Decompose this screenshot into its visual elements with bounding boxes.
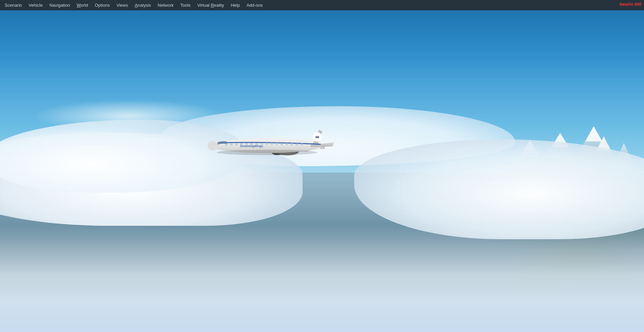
menu-item-analysis[interactable]: Analysis <box>131 1 154 9</box>
menu-item-vr[interactable]: Virtual Reality <box>194 1 227 9</box>
svg-rect-31 <box>285 143 288 145</box>
menu-item-world[interactable]: World <box>73 1 92 9</box>
svg-rect-28 <box>270 143 273 145</box>
svg-point-16 <box>208 141 218 150</box>
svg-rect-19 <box>225 144 228 146</box>
svg-rect-27 <box>265 143 268 145</box>
menu-item-network[interactable]: Network <box>154 1 177 9</box>
svg-rect-33 <box>296 143 298 145</box>
svg-rect-32 <box>290 143 293 145</box>
svg-text:∞: ∞ <box>315 134 319 140</box>
menu-item-views[interactable]: Views <box>113 1 131 9</box>
menu-item-help[interactable]: Help <box>227 1 243 9</box>
svg-point-38 <box>217 150 317 155</box>
menubar: ScenarioVehicleNavigationWorldOptionsVie… <box>0 0 644 10</box>
airplane: DreamingWings ∞ <box>193 113 334 180</box>
menu-item-scenario[interactable]: Scenario <box>1 1 25 9</box>
status-badge: NewAir 000 <box>620 2 641 7</box>
svg-rect-30 <box>280 143 283 145</box>
menu-item-addons[interactable]: Add-ons <box>243 1 266 9</box>
menu-item-options[interactable]: Options <box>91 1 113 9</box>
svg-rect-20 <box>230 143 233 145</box>
menu-item-vehicle[interactable]: Vehicle <box>25 1 46 9</box>
cloud-bottom-full <box>0 206 644 332</box>
svg-rect-29 <box>275 143 278 145</box>
svg-rect-21 <box>235 143 238 145</box>
svg-rect-34 <box>301 143 303 145</box>
svg-text:DreamingWings: DreamingWings <box>240 144 263 148</box>
menu-item-tools[interactable]: Tools <box>177 1 194 9</box>
svg-marker-5 <box>585 126 602 141</box>
menu-item-navigation[interactable]: Navigation <box>46 1 73 9</box>
